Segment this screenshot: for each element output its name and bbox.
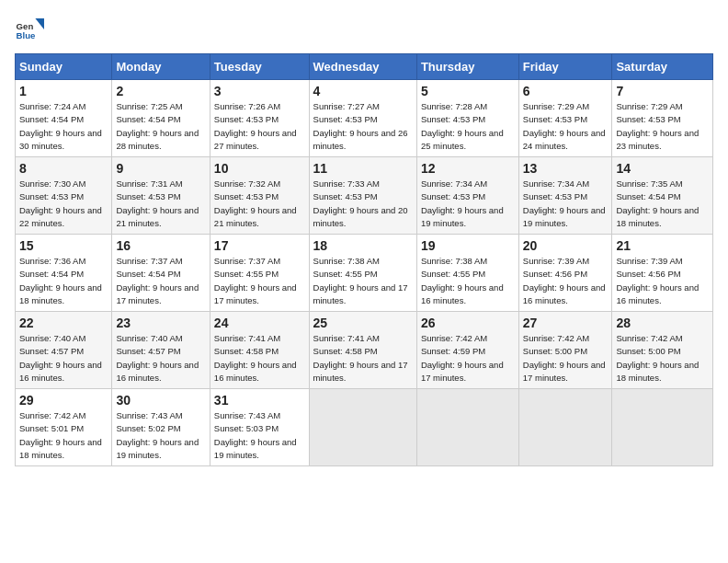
day-number: 20 [523, 238, 609, 253]
weekday-header-tuesday: Tuesday [210, 54, 309, 80]
calendar-week-1: 1 Sunrise: 7:24 AM Sunset: 4:54 PM Dayli… [16, 80, 713, 157]
calendar-cell: 23 Sunrise: 7:40 AM Sunset: 4:57 PM Dayl… [112, 312, 210, 389]
calendar-header-row: SundayMondayTuesdayWednesdayThursdayFrid… [16, 54, 713, 80]
calendar-cell [518, 389, 612, 466]
day-number: 23 [116, 316, 205, 330]
day-info: Sunrise: 7:29 AM Sunset: 4:53 PM Dayligh… [523, 101, 606, 151]
weekday-header-monday: Monday [112, 54, 210, 80]
day-number: 9 [116, 161, 205, 176]
day-number: 5 [421, 84, 515, 98]
day-number: 6 [523, 84, 609, 98]
day-number: 21 [616, 238, 709, 253]
day-number: 17 [214, 238, 305, 253]
calendar-cell: 31 Sunrise: 7:43 AM Sunset: 5:03 PM Dayl… [210, 389, 309, 466]
calendar-cell: 27 Sunrise: 7:42 AM Sunset: 5:00 PM Dayl… [518, 312, 612, 389]
calendar-cell [309, 389, 416, 466]
calendar-cell: 13 Sunrise: 7:34 AM Sunset: 4:53 PM Dayl… [518, 157, 612, 235]
day-number: 28 [616, 316, 709, 330]
day-number: 13 [523, 161, 609, 176]
day-info: Sunrise: 7:42 AM Sunset: 5:01 PM Dayligh… [19, 410, 102, 460]
weekday-header-friday: Friday [518, 54, 612, 80]
day-info: Sunrise: 7:38 AM Sunset: 4:55 PM Dayligh… [313, 256, 408, 305]
day-number: 15 [19, 238, 108, 253]
calendar-cell: 15 Sunrise: 7:36 AM Sunset: 4:54 PM Dayl… [16, 235, 112, 312]
day-info: Sunrise: 7:31 AM Sunset: 4:53 PM Dayligh… [116, 178, 199, 228]
day-number: 12 [421, 161, 515, 176]
calendar-cell: 26 Sunrise: 7:42 AM Sunset: 4:59 PM Dayl… [416, 312, 518, 389]
day-info: Sunrise: 7:28 AM Sunset: 4:53 PM Dayligh… [421, 101, 504, 151]
svg-text:Blue: Blue [17, 30, 36, 40]
day-number: 22 [19, 316, 108, 330]
day-info: Sunrise: 7:43 AM Sunset: 5:03 PM Dayligh… [214, 410, 297, 460]
calendar-cell: 21 Sunrise: 7:39 AM Sunset: 4:56 PM Dayl… [612, 235, 713, 312]
day-number: 16 [116, 238, 205, 253]
day-info: Sunrise: 7:39 AM Sunset: 4:56 PM Dayligh… [616, 256, 699, 305]
calendar-cell: 1 Sunrise: 7:24 AM Sunset: 4:54 PM Dayli… [16, 80, 112, 157]
day-info: Sunrise: 7:33 AM Sunset: 4:53 PM Dayligh… [313, 178, 408, 228]
day-info: Sunrise: 7:35 AM Sunset: 4:54 PM Dayligh… [616, 178, 699, 228]
calendar-cell: 4 Sunrise: 7:27 AM Sunset: 4:53 PM Dayli… [309, 80, 416, 157]
calendar-cell: 8 Sunrise: 7:30 AM Sunset: 4:53 PM Dayli… [16, 157, 112, 235]
day-info: Sunrise: 7:25 AM Sunset: 4:54 PM Dayligh… [116, 101, 199, 151]
day-number: 4 [313, 84, 413, 98]
calendar-cell: 25 Sunrise: 7:41 AM Sunset: 4:58 PM Dayl… [309, 312, 416, 389]
calendar-cell: 16 Sunrise: 7:37 AM Sunset: 4:54 PM Dayl… [112, 235, 210, 312]
calendar-cell: 30 Sunrise: 7:43 AM Sunset: 5:02 PM Dayl… [112, 389, 210, 466]
weekday-header-sunday: Sunday [16, 54, 112, 80]
day-info: Sunrise: 7:29 AM Sunset: 4:53 PM Dayligh… [616, 101, 699, 151]
day-info: Sunrise: 7:38 AM Sunset: 4:55 PM Dayligh… [421, 256, 504, 305]
calendar-cell: 9 Sunrise: 7:31 AM Sunset: 4:53 PM Dayli… [112, 157, 210, 235]
calendar-cell: 6 Sunrise: 7:29 AM Sunset: 4:53 PM Dayli… [518, 80, 612, 157]
day-number: 2 [116, 84, 205, 98]
day-info: Sunrise: 7:24 AM Sunset: 4:54 PM Dayligh… [19, 101, 102, 151]
calendar-cell [416, 389, 518, 466]
calendar-cell: 20 Sunrise: 7:39 AM Sunset: 4:56 PM Dayl… [518, 235, 612, 312]
logo: Gen Blue [15, 15, 48, 44]
day-info: Sunrise: 7:32 AM Sunset: 4:53 PM Dayligh… [214, 178, 297, 228]
day-info: Sunrise: 7:42 AM Sunset: 5:00 PM Dayligh… [616, 333, 699, 383]
day-info: Sunrise: 7:27 AM Sunset: 4:53 PM Dayligh… [313, 101, 408, 151]
calendar-cell: 29 Sunrise: 7:42 AM Sunset: 5:01 PM Dayl… [16, 389, 112, 466]
calendar-cell: 5 Sunrise: 7:28 AM Sunset: 4:53 PM Dayli… [416, 80, 518, 157]
day-number: 10 [214, 161, 305, 176]
calendar-cell: 3 Sunrise: 7:26 AM Sunset: 4:53 PM Dayli… [210, 80, 309, 157]
calendar-cell: 2 Sunrise: 7:25 AM Sunset: 4:54 PM Dayli… [112, 80, 210, 157]
day-number: 27 [523, 316, 609, 330]
day-number: 29 [19, 393, 108, 408]
calendar-cell [612, 389, 713, 466]
day-info: Sunrise: 7:37 AM Sunset: 4:55 PM Dayligh… [214, 256, 297, 305]
calendar-cell: 7 Sunrise: 7:29 AM Sunset: 4:53 PM Dayli… [612, 80, 713, 157]
day-info: Sunrise: 7:36 AM Sunset: 4:54 PM Dayligh… [19, 256, 102, 305]
calendar-cell: 11 Sunrise: 7:33 AM Sunset: 4:53 PM Dayl… [309, 157, 416, 235]
svg-text:Gen: Gen [17, 21, 34, 31]
day-info: Sunrise: 7:42 AM Sunset: 5:00 PM Dayligh… [523, 333, 606, 383]
day-number: 18 [313, 238, 413, 253]
calendar-week-4: 22 Sunrise: 7:40 AM Sunset: 4:57 PM Dayl… [16, 312, 713, 389]
day-info: Sunrise: 7:40 AM Sunset: 4:57 PM Dayligh… [116, 333, 199, 383]
day-number: 1 [19, 84, 108, 98]
day-info: Sunrise: 7:41 AM Sunset: 4:58 PM Dayligh… [313, 333, 408, 383]
weekday-header-wednesday: Wednesday [309, 54, 416, 80]
weekday-header-thursday: Thursday [416, 54, 518, 80]
calendar-cell: 17 Sunrise: 7:37 AM Sunset: 4:55 PM Dayl… [210, 235, 309, 312]
day-info: Sunrise: 7:34 AM Sunset: 4:53 PM Dayligh… [421, 178, 504, 228]
day-number: 31 [214, 393, 305, 408]
page-header: Gen Blue [15, 15, 713, 44]
day-info: Sunrise: 7:30 AM Sunset: 4:53 PM Dayligh… [19, 178, 102, 228]
day-info: Sunrise: 7:37 AM Sunset: 4:54 PM Dayligh… [116, 256, 199, 305]
calendar-table: SundayMondayTuesdayWednesdayThursdayFrid… [15, 53, 713, 466]
calendar-cell: 19 Sunrise: 7:38 AM Sunset: 4:55 PM Dayl… [416, 235, 518, 312]
day-info: Sunrise: 7:34 AM Sunset: 4:53 PM Dayligh… [523, 178, 606, 228]
calendar-cell: 12 Sunrise: 7:34 AM Sunset: 4:53 PM Dayl… [416, 157, 518, 235]
calendar-week-2: 8 Sunrise: 7:30 AM Sunset: 4:53 PM Dayli… [16, 157, 713, 235]
day-number: 7 [616, 84, 709, 98]
calendar-cell: 22 Sunrise: 7:40 AM Sunset: 4:57 PM Dayl… [16, 312, 112, 389]
weekday-header-saturday: Saturday [612, 54, 713, 80]
day-info: Sunrise: 7:42 AM Sunset: 4:59 PM Dayligh… [421, 333, 504, 383]
day-info: Sunrise: 7:40 AM Sunset: 4:57 PM Dayligh… [19, 333, 102, 383]
day-info: Sunrise: 7:39 AM Sunset: 4:56 PM Dayligh… [523, 256, 606, 305]
logo-icon: Gen Blue [15, 15, 44, 44]
calendar-week-3: 15 Sunrise: 7:36 AM Sunset: 4:54 PM Dayl… [16, 235, 713, 312]
calendar-cell: 14 Sunrise: 7:35 AM Sunset: 4:54 PM Dayl… [612, 157, 713, 235]
day-number: 14 [616, 161, 709, 176]
